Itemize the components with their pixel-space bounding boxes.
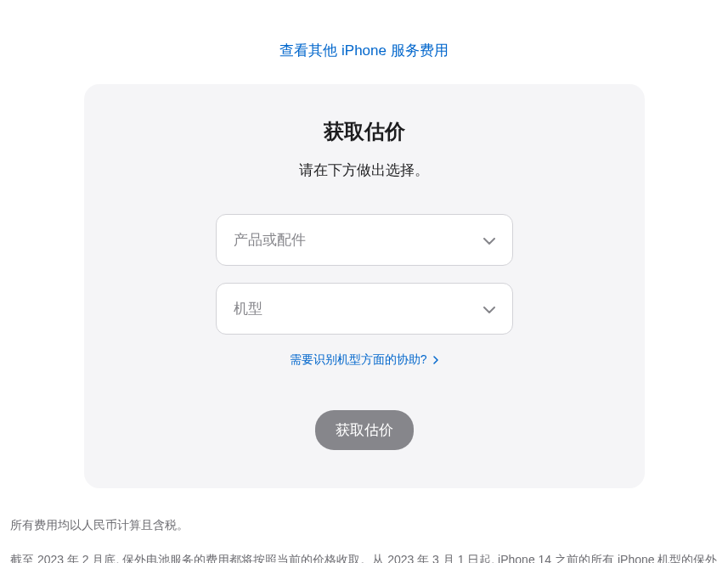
card-title: 获取估价 — [118, 118, 611, 145]
chevron-right-icon — [433, 353, 438, 367]
chevron-down-icon — [483, 233, 495, 248]
get-estimate-button[interactable]: 获取估价 — [315, 410, 414, 450]
model-select[interactable]: 机型 — [216, 283, 513, 335]
model-select-label: 机型 — [234, 299, 262, 318]
chevron-down-icon — [483, 301, 495, 317]
card-subtitle: 请在下方做出选择。 — [118, 160, 611, 180]
help-link-text: 需要识别机型方面的协助? — [290, 352, 427, 366]
footer-line-2-part1: 截至 2023 年 2 月底, 保外电池服务的费用都将按照当前的价格收取。从 2… — [10, 553, 717, 563]
identify-model-help-link[interactable]: 需要识别机型方面的协助? — [290, 352, 439, 366]
footer-line-1: 所有费用均以人民币计算且含税。 — [10, 514, 718, 537]
product-select-label: 产品或配件 — [234, 230, 306, 250]
top-link-container: 查看其他 iPhone 服务费用 — [8, 8, 720, 84]
other-services-link[interactable]: 查看其他 iPhone 服务费用 — [279, 42, 448, 59]
help-link-container: 需要识别机型方面的协助? — [118, 352, 611, 368]
estimate-card: 获取估价 请在下方做出选择。 产品或配件 机型 需要识别机型方面的协助? — [84, 84, 645, 488]
product-select[interactable]: 产品或配件 — [216, 214, 513, 266]
footer-text: 所有费用均以人民币计算且含税。 截至 2023 年 2 月底, 保外电池服务的费… — [8, 514, 720, 563]
footer-line-2: 截至 2023 年 2 月底, 保外电池服务的费用都将按照当前的价格收取。从 2… — [10, 549, 718, 563]
